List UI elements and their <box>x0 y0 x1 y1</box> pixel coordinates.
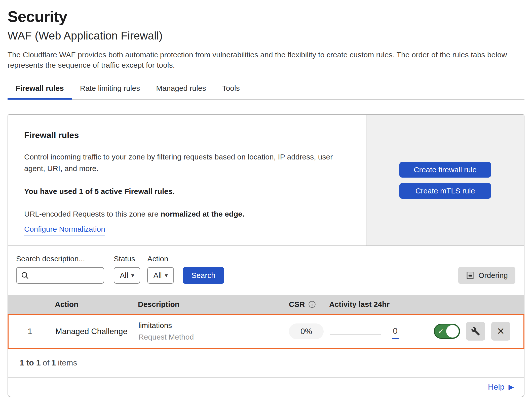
overview-heading: Firewall rules <box>24 130 350 140</box>
table-header: Action Description CSR Activity last 24h… <box>8 295 524 314</box>
filter-controls: Search description... Status All ▾ <box>16 255 224 284</box>
help-link[interactable]: Help ▶ <box>488 382 514 392</box>
status-label: Status <box>114 255 147 263</box>
rule-expression-summary: Request Method <box>138 333 285 341</box>
tab-firewall-rules[interactable]: Firewall rules <box>8 83 72 99</box>
items-of: of <box>43 358 50 367</box>
status-select[interactable]: All ▾ <box>114 267 140 284</box>
chevron-down-icon: ▾ <box>165 272 168 279</box>
tab-rate-limiting-rules[interactable]: Rate limiting rules <box>72 83 148 99</box>
toggle-knob <box>446 325 459 338</box>
overview-description: Control incoming traffic to your zone by… <box>24 151 350 175</box>
ordering-button-label: Ordering <box>478 271 508 280</box>
activity-sparkline <box>330 335 381 335</box>
usage-summary: You have used 1 of 5 active Firewall rul… <box>24 187 350 196</box>
action-filter-group: Action All ▾ <box>147 255 183 284</box>
header-action: Action <box>51 300 134 309</box>
header-activity: Activity last 24hr <box>325 300 431 309</box>
action-label: Action <box>147 255 183 263</box>
help-label: Help <box>488 382 505 392</box>
normalization-note-bold: normalized at the edge. <box>161 210 244 218</box>
ordering-button[interactable]: Ordering <box>458 267 515 284</box>
search-button[interactable]: Search <box>183 267 224 284</box>
wrench-icon <box>471 327 480 336</box>
normalization-note: URL-encoded Requests to this zone are no… <box>24 210 350 218</box>
firewall-rules-card: Firewall rules Control incoming traffic … <box>8 114 524 397</box>
rule-description: limitations <box>138 321 285 330</box>
info-icon[interactable] <box>308 301 316 308</box>
check-icon: ✓ <box>438 327 444 336</box>
close-icon: ✕ <box>497 326 505 336</box>
rule-description-cell: limitations Request Method <box>134 321 285 341</box>
csr-badge: 0% <box>289 323 324 339</box>
search-label: Search description... <box>16 255 114 263</box>
delete-rule-button[interactable]: ✕ <box>491 322 510 341</box>
tab-tools[interactable]: Tools <box>214 83 248 99</box>
arrow-right-icon: ▶ <box>508 383 514 391</box>
items-word: items <box>58 358 77 367</box>
tab-bar: Firewall rules Rate limiting rules Manag… <box>8 83 524 100</box>
rule-action: Managed Challenge <box>51 327 134 336</box>
rule-enabled-toggle[interactable]: ✓ <box>434 324 460 339</box>
rule-controls: ✓ ✕ <box>431 322 523 341</box>
search-group: Search description... <box>16 255 114 284</box>
filter-bar: Search description... Status All ▾ <box>8 246 524 295</box>
items-range: 1 to 1 <box>20 358 41 367</box>
rule-activity-cell: 0 <box>326 325 431 338</box>
items-summary: 1 to 1 of 1 items <box>8 349 524 378</box>
header-description: Description <box>134 300 285 309</box>
search-input-box <box>16 267 104 284</box>
search-input[interactable] <box>29 268 104 282</box>
tab-managed-rules[interactable]: Managed rules <box>148 83 214 99</box>
status-filter-group: Status All ▾ <box>114 255 147 284</box>
page-subtitle: WAF (Web Application Firewall) <box>8 29 524 42</box>
page-title: Security <box>8 8 524 25</box>
ordering-list-icon <box>466 271 474 280</box>
activity-count-link[interactable]: 0 <box>392 326 399 339</box>
create-mtls-rule-button[interactable]: Create mTLS rule <box>399 183 491 199</box>
search-icon <box>21 271 29 280</box>
action-select[interactable]: All ▾ <box>147 267 174 284</box>
header-csr: CSR <box>285 300 325 309</box>
table-row: 1 Managed Challenge limitations Request … <box>8 314 524 349</box>
items-total: 1 <box>51 358 56 367</box>
security-page: Security WAF (Web Application Firewall) … <box>0 8 532 397</box>
overview-actions-panel: Create firewall rule Create mTLS rule <box>366 115 524 245</box>
help-footer: Help ▶ <box>8 378 524 397</box>
header-csr-label: CSR <box>289 300 305 309</box>
overview-text-panel: Firewall rules Control incoming traffic … <box>8 115 366 245</box>
firewall-rules-overview: Firewall rules Control incoming traffic … <box>8 115 524 246</box>
normalization-note-text: URL-encoded Requests to this zone are <box>24 210 161 218</box>
status-select-value: All <box>120 271 128 280</box>
rule-priority: 1 <box>9 327 51 336</box>
action-select-value: All <box>153 271 162 280</box>
edit-rule-button[interactable] <box>466 322 485 341</box>
page-description: The Cloudflare WAF provides both automat… <box>8 50 524 70</box>
chevron-down-icon: ▾ <box>131 272 134 279</box>
create-firewall-rule-button[interactable]: Create firewall rule <box>399 162 491 178</box>
rule-csr-cell: 0% <box>285 323 326 339</box>
configure-normalization-link[interactable]: Configure Normalization <box>24 225 105 235</box>
